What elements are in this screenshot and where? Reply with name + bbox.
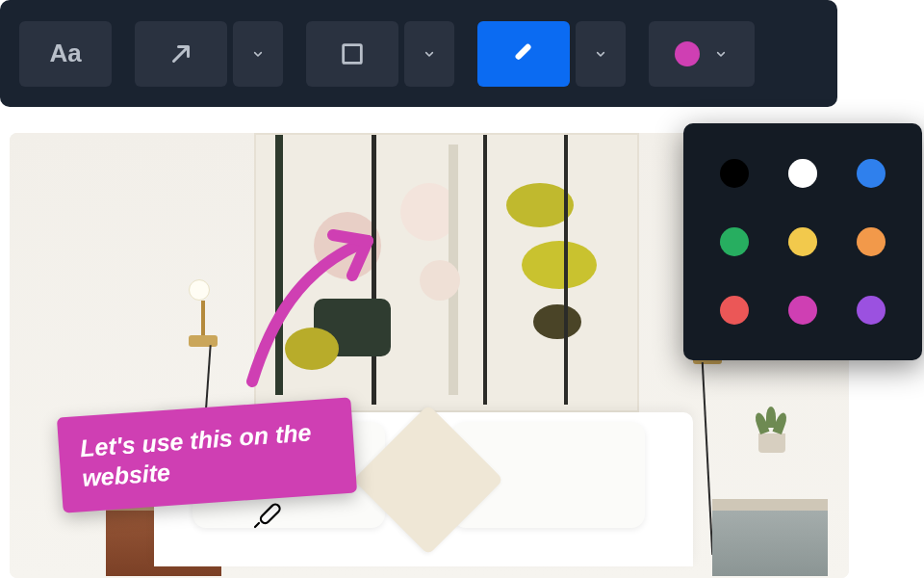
palette-color-yellow[interactable] xyxy=(788,227,817,256)
palette-color-red[interactable] xyxy=(720,296,749,325)
palette-color-magenta[interactable] xyxy=(788,296,817,325)
chevron-down-icon xyxy=(250,46,266,62)
chevron-down-icon xyxy=(422,46,437,62)
palette-color-orange[interactable] xyxy=(857,227,886,256)
palette-color-blue[interactable] xyxy=(857,159,886,188)
photo-plant xyxy=(758,434,785,453)
text-tool-label: Aa xyxy=(49,39,81,68)
pen-tool-group xyxy=(477,21,626,87)
svg-rect-2 xyxy=(259,503,281,525)
color-palette-popup xyxy=(683,123,922,360)
shape-tool-button[interactable] xyxy=(306,21,398,87)
pen-tool-button[interactable] xyxy=(477,21,570,87)
text-tool-button[interactable]: Aa xyxy=(19,21,112,87)
palette-color-purple[interactable] xyxy=(857,296,886,325)
palette-color-green[interactable] xyxy=(720,227,749,256)
svg-rect-1 xyxy=(514,42,532,61)
shape-tool-dropdown[interactable] xyxy=(404,21,454,87)
shape-tool-group xyxy=(306,21,454,87)
palette-color-black[interactable] xyxy=(720,159,749,188)
annotation-comment-text: Let's use this on the website xyxy=(79,418,312,490)
annotation-toolbar: Aa xyxy=(0,0,837,107)
palette-color-white[interactable] xyxy=(788,159,817,188)
arrow-tool-button[interactable] xyxy=(135,21,227,87)
arrow-tool-dropdown[interactable] xyxy=(233,21,283,87)
photo-painting xyxy=(254,133,639,412)
pen-cursor-icon xyxy=(252,497,285,530)
photo-nightstand-right xyxy=(712,499,828,576)
arrow-icon xyxy=(167,39,195,68)
svg-rect-0 xyxy=(344,44,362,63)
color-tool-button[interactable] xyxy=(649,21,755,87)
chevron-down-icon xyxy=(713,46,729,62)
chevron-down-icon xyxy=(593,46,608,62)
photo-sconce-left xyxy=(189,279,218,347)
rectangle-icon xyxy=(339,40,366,67)
pen-tool-dropdown[interactable] xyxy=(576,21,626,87)
current-color-swatch xyxy=(675,41,700,66)
arrow-tool-group xyxy=(135,21,283,87)
pen-icon xyxy=(509,39,538,68)
